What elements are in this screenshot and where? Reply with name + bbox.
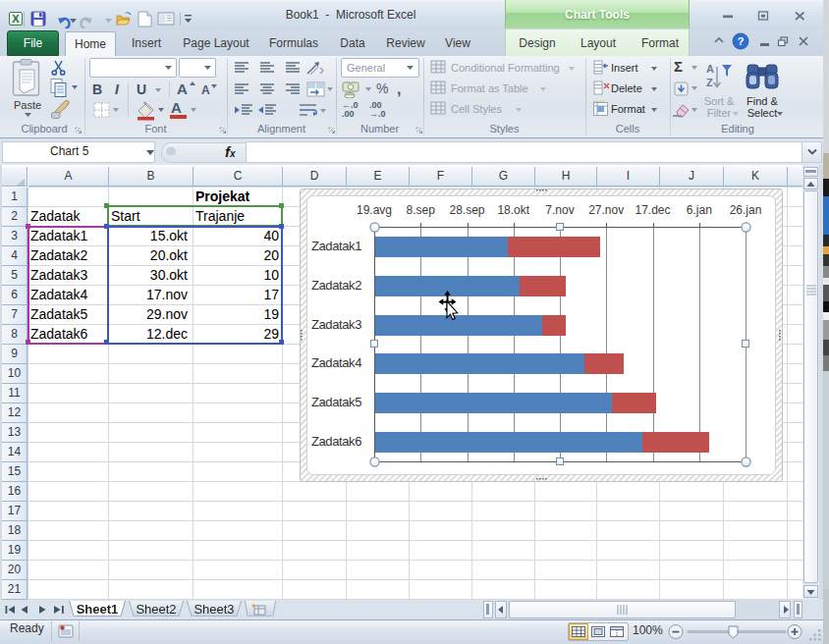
svg-text:Z: Z xyxy=(706,77,713,88)
svg-text:?: ? xyxy=(738,35,745,47)
svg-text:A: A xyxy=(706,63,714,75)
